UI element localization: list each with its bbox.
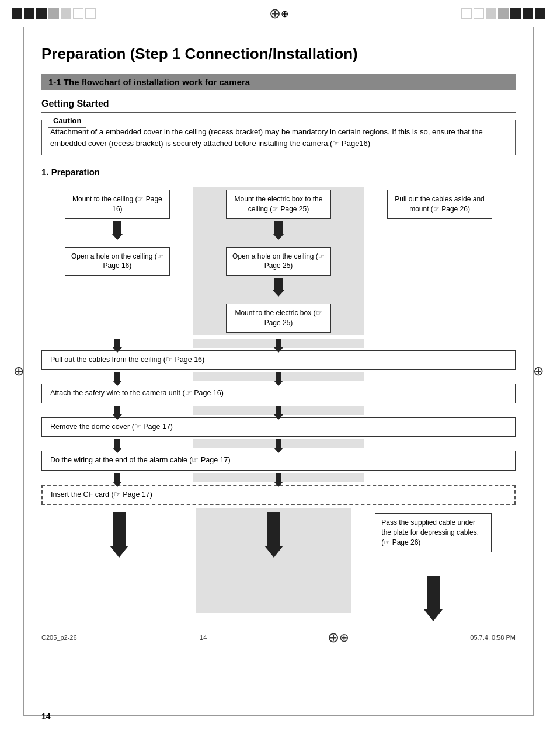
wide-section-2: Attach the safety wire to the camera uni… [41, 384, 516, 403]
footer-right: 05.7.4, 0:58 PM [470, 634, 516, 641]
reg-block [36, 8, 47, 19]
reg-block [498, 8, 509, 19]
reg-block [73, 8, 83, 19]
caution-label: Caution [48, 114, 86, 128]
section-header: 1-1 The flowchart of installation work f… [41, 74, 516, 90]
bottom-section: Pass the supplied cable under the plate … [41, 508, 516, 612]
arrow-row-3 [41, 406, 516, 415]
arrow-down-icon [114, 372, 120, 381]
arrow-left [41, 473, 193, 482]
footer-center: 14 [200, 634, 207, 641]
big-arrow-down-icon [267, 512, 280, 547]
arrow-left [41, 372, 193, 381]
flow-box-open-hole-25: Open a hole on the ceiling (☞ Page 25) [226, 247, 331, 276]
arrow-left [41, 439, 193, 448]
reg-block [486, 8, 496, 19]
subsection-title: Getting Started [41, 99, 516, 113]
wide-box-alarm-cable: Do the wiring at the end of the alarm ca… [41, 451, 516, 471]
page-footer: C205_p2-26 14 ⊕ 05.7.4, 0:58 PM [41, 625, 516, 650]
wide-box-pull-cables: Pull out the cables from the ceiling (☞ … [41, 350, 516, 370]
reg-block [474, 8, 484, 19]
arrow-mid [193, 372, 364, 381]
arrow-row-5 [41, 473, 516, 482]
page-title: Preparation (Step 1 Connection/Installat… [41, 45, 516, 63]
arrow-down-icon [114, 339, 120, 348]
arrow-down-icon [114, 473, 120, 482]
top-columns: Mount to the ceiling (☞ Page 16) Open a … [41, 187, 516, 335]
arrow-down-icon [113, 221, 121, 234]
arrow-down-icon [276, 372, 281, 381]
arrow-down-icon [274, 278, 283, 291]
reg-marks-left [12, 8, 96, 19]
wide-section-3: Remove the dome cover (☞ Page 17) [41, 417, 516, 437]
arrow-down-icon [274, 221, 283, 234]
dashed-box-cf-card: Insert the CF card (☞ Page 17) [41, 485, 516, 506]
arrow-row-2 [41, 372, 516, 381]
flow-box-pass-cable: Pass the supplied cable under the plate … [375, 513, 492, 552]
arrow-right [364, 339, 516, 348]
crosshair-bottom-icon: ⊕ [330, 629, 347, 646]
arrow-left [41, 339, 193, 348]
big-arrow-down-icon [113, 512, 126, 547]
arrow-down-icon [276, 473, 281, 482]
flow-box-mount-electric-box: Mount to the electric box (☞ Page 25) [226, 304, 331, 333]
arrow-down-icon [276, 406, 281, 415]
arrow-right [364, 473, 516, 482]
wide-section-4: Do the wiring at the end of the alarm ca… [41, 451, 516, 471]
reg-marks-right [461, 8, 545, 19]
arrow-down-icon [114, 439, 120, 448]
reg-block [510, 8, 521, 19]
arrow-row-4 [41, 439, 516, 448]
page-border: ⊕ ⊕ Preparation (Step 1 Connection/Insta… [23, 27, 534, 716]
bottom-col-left [41, 508, 196, 612]
prep-title: 1. Preparation [41, 167, 516, 179]
bottom-col-right: Pass the supplied cable under the plate … [351, 508, 516, 612]
col-right: Pull out the cables aside and mount (☞ P… [364, 187, 516, 335]
wide-box-remove-dome: Remove the dome cover (☞ Page 17) [41, 417, 516, 437]
flow-box-mount-ceiling: Mount to the ceiling (☞ Page 16) [65, 190, 170, 219]
reg-block [535, 8, 545, 19]
page-number: 14 [41, 712, 51, 721]
reg-block [24, 8, 34, 19]
wide-section-5: Insert the CF card (☞ Page 17) [41, 485, 516, 506]
big-arrow-down-icon [427, 576, 440, 611]
arrow-right [364, 372, 516, 381]
flow-box-open-hole-ceiling: Open a hole on the ceiling (☞ Page 16) [65, 247, 170, 276]
reg-block [61, 8, 71, 19]
arrow-row-1 [41, 339, 516, 348]
arrow-mid [193, 406, 364, 415]
flow-box-mount-electric: Mount the electric box to the ceiling (☞… [226, 190, 331, 219]
arrow-down-icon [114, 406, 120, 415]
reg-block [12, 8, 22, 19]
crosshair-top-icon: ⊕ [270, 5, 287, 22]
caution-box: Caution Attachment of a embedded cover i… [41, 120, 516, 155]
arrow-mid [193, 439, 364, 448]
arrow-down-icon [276, 439, 281, 448]
reg-block [48, 8, 59, 19]
arrow-left [41, 406, 193, 415]
col-mid: Mount the electric box to the ceiling (☞… [193, 187, 364, 335]
crosshair-right-icon: ⊕ [533, 364, 544, 379]
flowchart: Mount to the ceiling (☞ Page 16) Open a … [41, 187, 516, 613]
col-left: Mount to the ceiling (☞ Page 16) Open a … [41, 187, 193, 335]
wide-box-safety-wire: Attach the safety wire to the camera uni… [41, 384, 516, 403]
reg-block [523, 8, 533, 19]
arrow-mid [193, 339, 364, 348]
reg-block [85, 8, 96, 19]
footer-left: C205_p2-26 [41, 634, 77, 641]
crosshair-left-icon: ⊕ [13, 364, 24, 379]
flow-box-pull-cables-aside: Pull out the cables aside and mount (☞ P… [387, 190, 492, 219]
wide-section-1: Pull out the cables from the ceiling (☞ … [41, 350, 516, 370]
reg-block [461, 8, 472, 19]
bottom-col-mid [196, 508, 351, 612]
caution-text: Attachment of a embedded cover in the ce… [50, 126, 507, 149]
arrow-right [364, 406, 516, 415]
arrow-right [364, 439, 516, 448]
arrow-down-icon [276, 339, 281, 348]
arrow-mid [193, 473, 364, 482]
top-bar: ⊕ [0, 0, 557, 27]
page-outer: ⊕ ⊕ Preparation (Step 1 Connection/Insta… [0, 27, 557, 716]
